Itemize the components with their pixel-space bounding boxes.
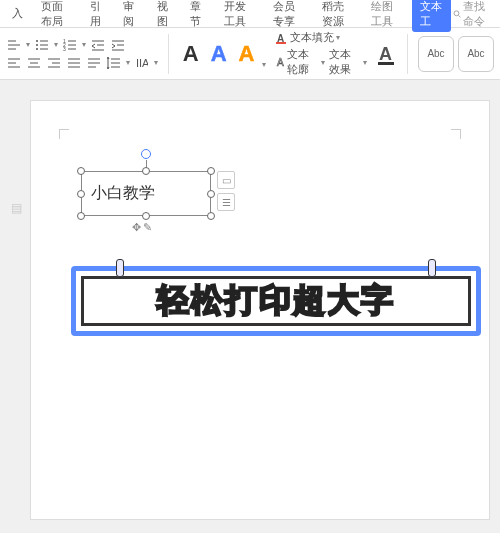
tab-page-layout[interactable]: 页面布局 <box>33 0 80 33</box>
tab-text-tools[interactable]: 文本工 <box>412 0 451 32</box>
svg-line-1 <box>459 15 461 17</box>
chevron-down-icon[interactable]: ▾ <box>262 60 266 69</box>
indent-decrease-icon[interactable] <box>90 37 106 53</box>
fill-icon: A <box>276 32 288 44</box>
chevron-down-icon[interactable]: ▾ <box>26 40 30 49</box>
search-placeholder: 查找命令 <box>463 0 494 29</box>
font-a-group: A <box>377 42 397 66</box>
floating-toolbar: ▭ ☰ <box>217 171 235 211</box>
layout-options-button[interactable]: ▭ <box>217 171 235 189</box>
align-justify-btn[interactable] <box>66 55 82 71</box>
format-options-button[interactable]: ☰ <box>217 193 235 211</box>
document-canvas: ▤ 小白教学 ▭ ☰ ✥ ✎ <box>0 80 500 533</box>
tab-member[interactable]: 会员专享 <box>265 0 312 33</box>
resize-handle-tm[interactable] <box>142 167 150 175</box>
text-style-a2[interactable]: A <box>207 39 231 69</box>
resize-handle-bm[interactable] <box>142 212 150 220</box>
chevron-down-icon: ▾ <box>363 58 367 67</box>
page-indicator-icon: ▤ <box>11 201 22 215</box>
text-effect-button[interactable]: 文本效果 ▾ <box>329 47 367 77</box>
text-direction-icon[interactable]: IIA <box>134 55 150 71</box>
banner-text: 轻松打印超大字 <box>157 279 395 323</box>
resize-handle-br[interactable] <box>207 212 215 220</box>
align-center-btn[interactable] <box>26 55 42 71</box>
tab-resources[interactable]: 稻壳资源 <box>314 0 361 33</box>
selected-textbox[interactable]: 小白教学 ▭ ☰ ✥ ✎ <box>81 171 211 216</box>
ribbon-tabs: 入 页面布局 引用 审阅 视图 章节 开发工具 会员专享 稻壳资源 绘图工具 文… <box>0 0 500 28</box>
shape-style-1[interactable]: Abc <box>418 36 454 72</box>
search-icon <box>453 8 461 20</box>
svg-text:A: A <box>277 57 284 68</box>
separator <box>168 34 169 74</box>
outline-icon: A <box>276 56 285 68</box>
tab-sections[interactable]: 章节 <box>182 0 214 33</box>
tab-drawing-tools[interactable]: 绘图工具 <box>363 0 410 33</box>
numbered-list-icon[interactable]: 123 <box>62 37 78 53</box>
shape-styles-group: Abc Abc <box>418 36 494 72</box>
text-style-group: A A A ▾ <box>179 39 267 69</box>
clip-decoration <box>428 259 436 277</box>
resize-handle-tr[interactable] <box>207 167 215 175</box>
chevron-down-icon: ▾ <box>321 58 325 67</box>
tab-review[interactable]: 审阅 <box>115 0 147 33</box>
textbox-text[interactable]: 小白教学 <box>85 175 207 212</box>
text-style-a3[interactable]: A <box>235 39 259 69</box>
list-icon[interactable] <box>34 37 50 53</box>
svg-text:A: A <box>379 44 392 64</box>
text-fill-button[interactable]: A 文本填充 ▾ <box>276 30 367 45</box>
align-left-btn[interactable] <box>6 55 22 71</box>
resize-handle-mr[interactable] <box>207 190 215 198</box>
font-color-icon[interactable]: A <box>377 42 397 66</box>
tab-references[interactable]: 引用 <box>82 0 114 33</box>
text-style-a1[interactable]: A <box>179 39 203 69</box>
chevron-down-icon[interactable]: ▾ <box>54 40 58 49</box>
shape-style-2[interactable]: Abc <box>458 36 494 72</box>
banner-inner: 轻松打印超大字 <box>81 276 471 326</box>
chevron-down-icon[interactable]: ▾ <box>154 58 158 67</box>
tab-insert[interactable]: 入 <box>4 2 31 25</box>
text-options-group: A 文本填充 ▾ A 文本轮廓 ▾ 文本效果 ▾ <box>276 30 367 77</box>
edit-icon: ✎ <box>143 221 152 234</box>
svg-point-7 <box>36 44 38 46</box>
svg-text:3: 3 <box>63 46 66 51</box>
align-right-btn[interactable] <box>46 55 62 71</box>
resize-handle-ml[interactable] <box>77 190 85 198</box>
line-spacing-icon[interactable] <box>106 55 122 71</box>
svg-rect-43 <box>276 42 286 44</box>
resize-handle-tl[interactable] <box>77 167 85 175</box>
margin-mark <box>451 129 461 139</box>
clip-decoration <box>116 259 124 277</box>
resize-handle-bl[interactable] <box>77 212 85 220</box>
drag-indicator[interactable]: ✥ ✎ <box>132 221 152 234</box>
tab-view[interactable]: 视图 <box>149 0 181 33</box>
svg-rect-46 <box>378 62 394 65</box>
format-group-1: ▾ ▾ 123 ▾ ▾ IIA ▾ <box>6 37 158 71</box>
text-outline-button[interactable]: A 文本轮廓 ▾ <box>276 47 325 77</box>
title-banner: 轻松打印超大字 <box>71 266 481 336</box>
app-window: 入 页面布局 引用 审阅 视图 章节 开发工具 会员专享 稻壳资源 绘图工具 文… <box>0 0 500 533</box>
chevron-down-icon: ▾ <box>336 33 340 42</box>
indent-increase-icon[interactable] <box>110 37 126 53</box>
page[interactable]: ▤ 小白教学 ▭ ☰ ✥ ✎ <box>30 100 490 520</box>
command-search[interactable]: 查找命令 <box>453 0 500 29</box>
distribute-btn[interactable] <box>86 55 102 71</box>
align-left-icon[interactable] <box>6 37 22 53</box>
separator <box>407 34 408 74</box>
chevron-down-icon[interactable]: ▾ <box>82 40 86 49</box>
svg-point-5 <box>36 40 38 42</box>
tab-developer[interactable]: 开发工具 <box>216 0 263 33</box>
svg-point-0 <box>454 10 459 15</box>
ribbon-toolbar: ▾ ▾ 123 ▾ ▾ IIA ▾ A A <box>0 28 500 80</box>
svg-text:IIA: IIA <box>136 57 148 69</box>
rotate-handle[interactable] <box>141 149 151 159</box>
svg-point-9 <box>36 48 38 50</box>
margin-mark <box>59 129 69 139</box>
move-icon: ✥ <box>132 221 141 234</box>
chevron-down-icon[interactable]: ▾ <box>126 58 130 67</box>
